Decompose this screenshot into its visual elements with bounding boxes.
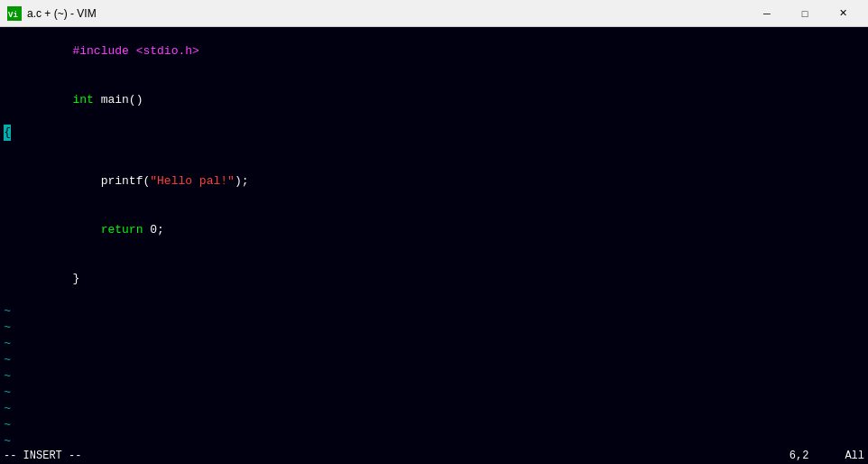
tilde-line: ~ bbox=[0, 433, 868, 448]
tilde-lines: ~~~~~~~~~~~~~~~~~~~~~~ bbox=[0, 303, 868, 448]
line-content-1: #include <stdio.h> bbox=[13, 27, 199, 76]
tilde-line: ~ bbox=[0, 401, 868, 417]
tilde-line: ~ bbox=[0, 303, 868, 320]
vim-icon: Vi bbox=[7, 6, 22, 21]
minimize-button[interactable]: ─ bbox=[749, 0, 785, 27]
status-scroll: All bbox=[845, 450, 864, 462]
line-content-2: int main() bbox=[13, 76, 143, 125]
cursor: { bbox=[4, 125, 11, 141]
svg-text:Vi: Vi bbox=[8, 11, 18, 20]
editor: #include <stdio.h> int main() { printf("… bbox=[0, 27, 868, 464]
code-line-6: } bbox=[0, 255, 868, 303]
tilde-line: ~ bbox=[0, 320, 868, 336]
tilde-line: ~ bbox=[0, 385, 868, 401]
maximize-button[interactable]: □ bbox=[787, 0, 823, 27]
code-line-4: printf("Hello pal!"); bbox=[0, 157, 868, 206]
titlebar-title: a.c + (~) - VIM bbox=[27, 7, 97, 20]
tilde-line: ~ bbox=[0, 352, 868, 368]
code-line-1: #include <stdio.h> bbox=[0, 27, 868, 76]
close-button[interactable]: ✕ bbox=[825, 0, 861, 27]
tilde-line: ~ bbox=[0, 417, 868, 433]
line-content-3 bbox=[13, 125, 59, 157]
statusbar: -- INSERT -- 6,2 All bbox=[0, 448, 868, 464]
code-line-5: return 0; bbox=[0, 206, 868, 255]
status-position: 6,2 bbox=[790, 450, 809, 462]
status-mode: -- INSERT -- bbox=[4, 450, 81, 462]
gutter-3: { bbox=[0, 125, 13, 141]
titlebar: Vi a.c + (~) - VIM ─ □ ✕ bbox=[0, 0, 868, 27]
titlebar-controls: ─ □ ✕ bbox=[749, 0, 861, 27]
titlebar-left: Vi a.c + (~) - VIM bbox=[7, 6, 97, 21]
code-line-3: { bbox=[0, 125, 868, 157]
line-content-6: } bbox=[13, 255, 79, 303]
line-content-4: printf("Hello pal!"); bbox=[13, 157, 248, 206]
line-content-5: return 0; bbox=[13, 206, 164, 255]
tilde-line: ~ bbox=[0, 368, 868, 385]
code-area[interactable]: #include <stdio.h> int main() { printf("… bbox=[0, 27, 868, 448]
code-line-2: int main() bbox=[0, 76, 868, 125]
status-right: 6,2 All bbox=[790, 450, 864, 462]
tilde-line: ~ bbox=[0, 336, 868, 352]
